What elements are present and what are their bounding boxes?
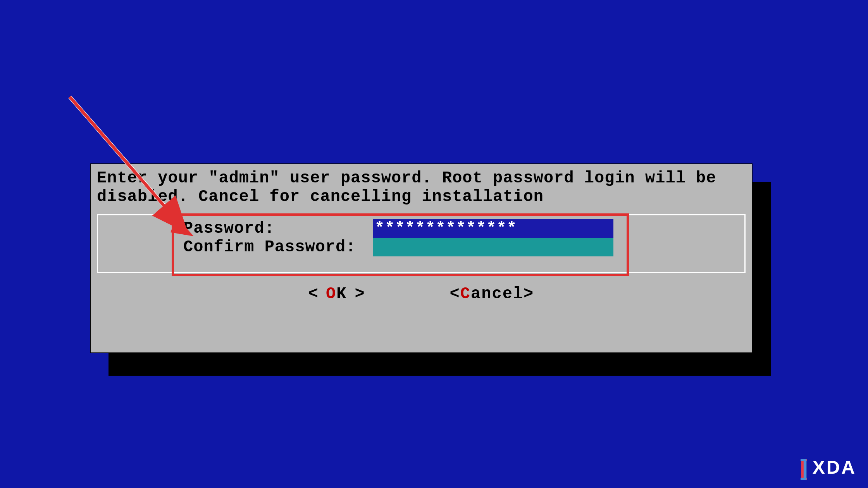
confirm-password-input[interactable] bbox=[373, 238, 613, 256]
bracket-right-icon: ] bbox=[800, 454, 808, 480]
cancel-button[interactable]: <Cancel> bbox=[450, 285, 534, 303]
button-row: <OK> <Cancel> bbox=[97, 285, 746, 303]
confirm-password-row: Confirm Password: bbox=[183, 238, 741, 256]
password-row: Password: bbox=[183, 219, 741, 238]
password-input[interactable] bbox=[373, 219, 613, 238]
dialog-message: Enter your "admin" user password. Root p… bbox=[97, 169, 746, 206]
ok-button[interactable]: <OK> bbox=[308, 285, 372, 303]
form-container: Password: Confirm Password: bbox=[97, 214, 746, 273]
xda-watermark: [ ] XDA bbox=[800, 454, 856, 480]
xda-logo-text: XDA bbox=[813, 457, 856, 478]
password-dialog: Enter your "admin" user password. Root p… bbox=[90, 163, 753, 353]
confirm-password-label: Confirm Password: bbox=[183, 238, 373, 256]
password-label: Password: bbox=[183, 219, 373, 238]
